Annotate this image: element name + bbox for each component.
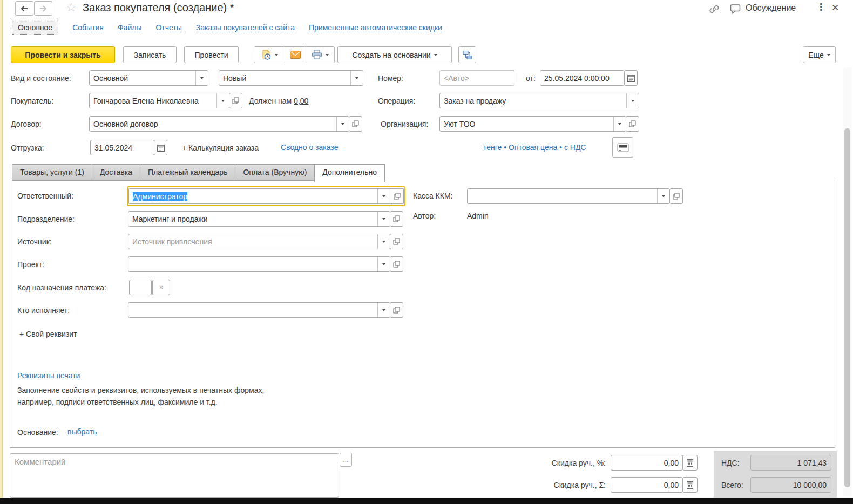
shipping-date-input[interactable]: 31.05.2024 (90, 140, 154, 155)
add-custom-attribute-link[interactable]: + Свой реквизит (19, 330, 77, 338)
order-summary-link[interactable]: Сводно о заказе (281, 143, 338, 152)
discount-pct-calc-button[interactable] (682, 455, 698, 471)
discussion-chat-icon[interactable] (730, 4, 741, 14)
contract-label: Договор: (11, 120, 42, 128)
basis-choose-link[interactable]: выбрать (67, 427, 97, 436)
customer-caret[interactable] (216, 93, 229, 108)
executor-caret[interactable] (377, 303, 390, 317)
source-caret[interactable] (377, 234, 390, 249)
forward-button[interactable] (34, 1, 52, 16)
comment-placeholder: Комментарий (15, 457, 65, 466)
date-input[interactable]: 25.05.2024 0:00:00 (540, 70, 625, 86)
more-button[interactable]: Еще (803, 46, 836, 63)
vertical-scrollbar[interactable] (843, 67, 852, 496)
source-select[interactable]: Источник привлечения (128, 234, 390, 249)
operation-caret[interactable] (626, 93, 639, 108)
organization-select[interactable]: Уют ТОО (439, 116, 626, 132)
executor-open-button[interactable] (390, 302, 403, 318)
order-kind-caret[interactable] (195, 71, 208, 85)
organization-open-button[interactable] (626, 116, 639, 132)
scrollbar-thumb[interactable] (844, 128, 850, 487)
comment-input[interactable]: Комментарий (10, 453, 339, 498)
discussion-label[interactable]: Обсуждение (746, 3, 796, 13)
write-button[interactable]: Записать (123, 46, 177, 63)
window-bottom-edge (0, 498, 853, 504)
print-details-link[interactable]: Реквизиты печати (17, 371, 80, 380)
favorite-star-icon[interactable]: ☆ (66, 1, 77, 15)
kind-state-label: Вид и состояние: (11, 74, 71, 83)
project-select[interactable] (128, 256, 390, 272)
department-caret[interactable] (377, 212, 390, 226)
post-and-close-button[interactable]: Провести и закрыть (11, 46, 115, 63)
department-select[interactable]: Маркетинг и продажи (128, 211, 390, 227)
order-state-select[interactable]: Новый (219, 70, 363, 86)
open-form-icon (393, 261, 400, 268)
contract-value: Основной договор (90, 117, 336, 131)
payment-code-input[interactable] (129, 280, 152, 295)
shipping-calendar-button[interactable] (154, 140, 167, 155)
customer-open-button[interactable] (229, 93, 242, 108)
nav-item-reports[interactable]: Отчеты (155, 23, 181, 32)
responsible-open-button[interactable] (390, 188, 404, 204)
organization-caret[interactable] (613, 117, 626, 131)
kkm-open-button[interactable] (669, 188, 683, 204)
customer-label: Покупатель: (11, 97, 53, 105)
source-open-button[interactable] (390, 234, 403, 249)
tab-additional[interactable]: Дополнительно (314, 164, 385, 182)
nav-item-files[interactable]: Файлы (118, 23, 141, 32)
kkm-caret[interactable] (657, 189, 669, 203)
chevron-down-icon (662, 195, 665, 197)
back-arrow-icon (20, 5, 29, 12)
posting-report-button[interactable] (254, 46, 285, 63)
tab-delivery[interactable]: Доставка (92, 164, 140, 181)
discount-sum-input[interactable]: 0,00 (611, 477, 683, 493)
contract-caret[interactable] (336, 117, 349, 131)
payment-code-clear-button[interactable]: ✕ (152, 280, 170, 295)
discount-sum-calc-button[interactable] (682, 477, 698, 493)
payment-code-label: Код назначения платежа: (17, 283, 106, 292)
responsible-select[interactable]: Администратор (128, 188, 390, 204)
back-button[interactable] (15, 1, 33, 16)
comment-expand-button[interactable]: ... (340, 453, 352, 467)
open-form-icon (673, 193, 680, 200)
structure-subordination-button[interactable] (458, 46, 476, 63)
get-link-icon[interactable] (708, 3, 720, 15)
operation-label: Операция: (378, 97, 415, 105)
operation-select[interactable]: Заказ на продажу (439, 93, 639, 108)
nav-item-events[interactable]: События (72, 23, 104, 32)
customer-select[interactable]: Гончарова Елена Николаевна (89, 93, 229, 108)
post-button[interactable]: Провести (184, 46, 239, 63)
department-open-button[interactable] (390, 211, 403, 227)
tab-payment-calendar[interactable]: Платежный календарь (140, 164, 235, 181)
discount-pct-input[interactable]: 0,00 (611, 455, 683, 471)
nav-item-auto-discounts[interactable]: Примененные автоматические скидки (309, 23, 442, 32)
contract-open-button[interactable] (349, 116, 362, 132)
number-input[interactable]: <Авто> (439, 70, 514, 86)
tab-payment-manual[interactable]: Оплата (Вручную) (235, 164, 315, 181)
chevron-down-icon (382, 241, 385, 243)
responsible-label: Ответственный: (17, 192, 73, 200)
payment-terminal-button[interactable] (612, 137, 633, 158)
more-menu-icon[interactable]: ⋮ (816, 1, 826, 13)
nav-item-site-orders[interactable]: Заказы покупателей с сайта (196, 23, 295, 32)
order-calc-toggle[interactable]: + Калькуляция заказа (182, 144, 259, 152)
responsible-caret[interactable] (377, 189, 390, 203)
close-icon[interactable]: ✕ (831, 2, 839, 13)
send-email-button[interactable] (285, 46, 306, 63)
debt-amount-link[interactable]: 0,00 (294, 97, 308, 105)
executor-select[interactable] (128, 302, 390, 318)
kkm-select[interactable] (467, 188, 670, 204)
order-state-caret[interactable] (350, 71, 363, 85)
tab-goods-services[interactable]: Товары, услуги (1) (12, 164, 92, 181)
date-calendar-button[interactable] (624, 70, 638, 86)
create-based-on-button[interactable]: Создать на основании (337, 46, 452, 63)
print-button[interactable] (306, 46, 335, 63)
project-open-button[interactable] (390, 256, 403, 272)
organization-value: Уют ТОО (440, 117, 613, 131)
price-terms-link[interactable]: тенге • Оптовая цена • с НДС (483, 143, 586, 152)
nav-item-main[interactable]: Основное (12, 21, 58, 35)
author-value: Admin (467, 212, 489, 220)
project-caret[interactable] (377, 257, 390, 271)
contract-select[interactable]: Основной договор (89, 116, 349, 132)
order-kind-select[interactable]: Основной (89, 70, 208, 86)
